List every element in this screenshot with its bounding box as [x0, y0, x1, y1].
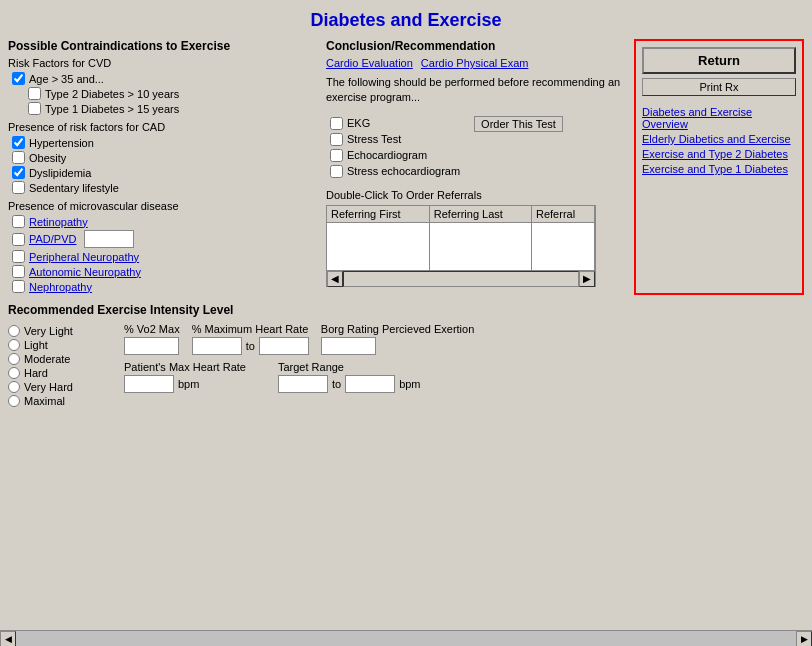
scroll-right-arrow[interactable]: ▶ — [579, 271, 595, 287]
autonomic-checkbox[interactable] — [12, 265, 25, 278]
table-row — [327, 222, 595, 238]
middle-panel: Conclusion/Recommendation Cardio Evaluat… — [326, 39, 626, 295]
age-checkbox[interactable] — [12, 72, 25, 85]
metrics-row-2: Patient's Max Heart Rate bpm Target Rang… — [124, 361, 804, 393]
referral-scrollbar: ◀ ▶ — [327, 270, 595, 286]
pad-row: PAD/PVD — [12, 230, 318, 248]
pad-input[interactable] — [84, 230, 134, 248]
left-section-title: Possible Contraindications to Exercise — [8, 39, 318, 53]
referral-section: Double-Click To Order Referrals Referrin… — [326, 189, 626, 288]
hypertension-row: Hypertension — [12, 136, 318, 149]
obesity-checkbox[interactable] — [12, 151, 25, 164]
stress-echo-checkbox[interactable] — [330, 165, 343, 178]
hard-radio[interactable] — [8, 367, 20, 379]
order-btn-wrapper: Order This Test — [474, 116, 563, 132]
max-hr-label: % Maximum Heart Rate — [192, 323, 309, 335]
moderate-label: Moderate — [24, 353, 70, 365]
referral-title: Double-Click To Order Referrals — [326, 189, 626, 201]
scroll-track[interactable] — [343, 271, 579, 287]
maximal-radio-row: Maximal — [8, 395, 108, 407]
return-button[interactable]: Return — [642, 47, 796, 74]
dyslipidemia-label: Dyslipidemia — [29, 167, 91, 179]
retinopathy-checkbox[interactable] — [12, 215, 25, 228]
order-section: EKG Stress Test Echocardiogram Stress ec… — [326, 114, 626, 181]
moderate-radio[interactable] — [8, 353, 20, 365]
borg-input-row — [321, 337, 474, 355]
pad-checkbox[interactable] — [12, 233, 25, 246]
pad-link[interactable]: PAD/PVD — [29, 233, 76, 245]
type2-checkbox-row: Type 2 Diabetes > 10 years — [28, 87, 318, 100]
type2-exercise-link[interactable]: Exercise and Type 2 Diabetes — [642, 148, 796, 160]
bottom-scroll-track[interactable] — [16, 631, 796, 647]
stress-checkbox[interactable] — [330, 133, 343, 146]
risk-cvd-title: Risk Factors for CVD — [8, 57, 318, 69]
referral-table: Referring First Referring Last Referral — [327, 206, 595, 271]
echo-row: Echocardiogram — [330, 149, 460, 162]
conclusion-text: The following should be performed before… — [326, 75, 626, 106]
obesity-row: Obesity — [12, 151, 318, 164]
vo2-label: % Vo2 Max — [124, 323, 180, 335]
scroll-left-arrow[interactable]: ◀ — [327, 271, 343, 287]
stress-label: Stress Test — [347, 133, 401, 145]
print-rx-button[interactable]: Print Rx — [642, 78, 796, 96]
vo2-input[interactable] — [124, 337, 179, 355]
type1-exercise-link[interactable]: Exercise and Type 1 Diabetes — [642, 163, 796, 175]
exercise-row: Very Light Light Moderate Hard Very Hard — [8, 323, 804, 409]
type1-checkbox[interactable] — [28, 102, 41, 115]
order-this-test-button[interactable]: Order This Test — [474, 116, 563, 132]
very-light-radio[interactable] — [8, 325, 20, 337]
content-area: Possible Contraindications to Exercise R… — [0, 39, 812, 295]
max-hr-input-from[interactable] — [192, 337, 242, 355]
scroll-bottom-right-arrow[interactable]: ▶ — [796, 631, 812, 647]
ekg-row: EKG — [330, 117, 460, 130]
patient-max-hr-group: Patient's Max Heart Rate bpm — [124, 361, 246, 393]
maximal-radio[interactable] — [8, 395, 20, 407]
target-from-input[interactable] — [278, 375, 328, 393]
stress-row: Stress Test — [330, 133, 460, 146]
patient-max-hr-input[interactable] — [124, 375, 174, 393]
exercise-section: Recommended Exercise Intensity Level Ver… — [0, 303, 812, 409]
cardio-exam-link[interactable]: Cardio Physical Exam — [421, 57, 529, 69]
order-checkboxes: EKG Stress Test Echocardiogram Stress ec… — [326, 114, 460, 181]
max-hr-input-row: to — [192, 337, 309, 355]
left-panel: Possible Contraindications to Exercise R… — [8, 39, 318, 295]
retinopathy-row: Retinopathy — [12, 215, 318, 228]
target-to-input[interactable] — [345, 375, 395, 393]
borg-input[interactable] — [321, 337, 376, 355]
col-referral: Referral — [532, 206, 595, 223]
echo-checkbox[interactable] — [330, 149, 343, 162]
very-light-label: Very Light — [24, 325, 73, 337]
hard-label: Hard — [24, 367, 48, 379]
autonomic-row: Autonomic Neuropathy — [12, 265, 318, 278]
conclusion-title: Conclusion/Recommendation — [326, 39, 626, 53]
peripheral-link[interactable]: Peripheral Neuropathy — [29, 251, 139, 263]
main-container: Diabetes and Exercise Possible Contraind… — [0, 0, 812, 646]
elderly-diabetics-link[interactable]: Elderly Diabetics and Exercise — [642, 133, 796, 145]
hypertension-checkbox[interactable] — [12, 136, 25, 149]
scroll-bottom-left-arrow[interactable]: ◀ — [0, 631, 16, 647]
col-referring-first: Referring First — [327, 206, 429, 223]
very-hard-label: Very Hard — [24, 381, 73, 393]
autonomic-link[interactable]: Autonomic Neuropathy — [29, 266, 141, 278]
retinopathy-link[interactable]: Retinopathy — [29, 216, 88, 228]
age-checkbox-row: Age > 35 and... — [12, 72, 318, 85]
max-hr-input-to[interactable] — [259, 337, 309, 355]
max-hr-group: % Maximum Heart Rate to — [192, 323, 309, 355]
nephropathy-link[interactable]: Nephropathy — [29, 281, 92, 293]
patient-max-hr-label: Patient's Max Heart Rate — [124, 361, 246, 373]
bpm-label-1: bpm — [178, 378, 199, 390]
age-label: Age > 35 and... — [29, 73, 104, 85]
peripheral-checkbox[interactable] — [12, 250, 25, 263]
sedentary-checkbox[interactable] — [12, 181, 25, 194]
table-row — [327, 254, 595, 270]
cardio-eval-link[interactable]: Cardio Evaluation — [326, 57, 413, 69]
ekg-checkbox[interactable] — [330, 117, 343, 130]
table-row — [327, 238, 595, 254]
light-radio[interactable] — [8, 339, 20, 351]
dyslipidemia-checkbox[interactable] — [12, 166, 25, 179]
very-hard-radio[interactable] — [8, 381, 20, 393]
type2-checkbox[interactable] — [28, 87, 41, 100]
nephropathy-checkbox[interactable] — [12, 280, 25, 293]
diabetes-overview-link[interactable]: Diabetes and Exercise Overview — [642, 106, 796, 130]
exercise-title: Recommended Exercise Intensity Level — [8, 303, 804, 317]
